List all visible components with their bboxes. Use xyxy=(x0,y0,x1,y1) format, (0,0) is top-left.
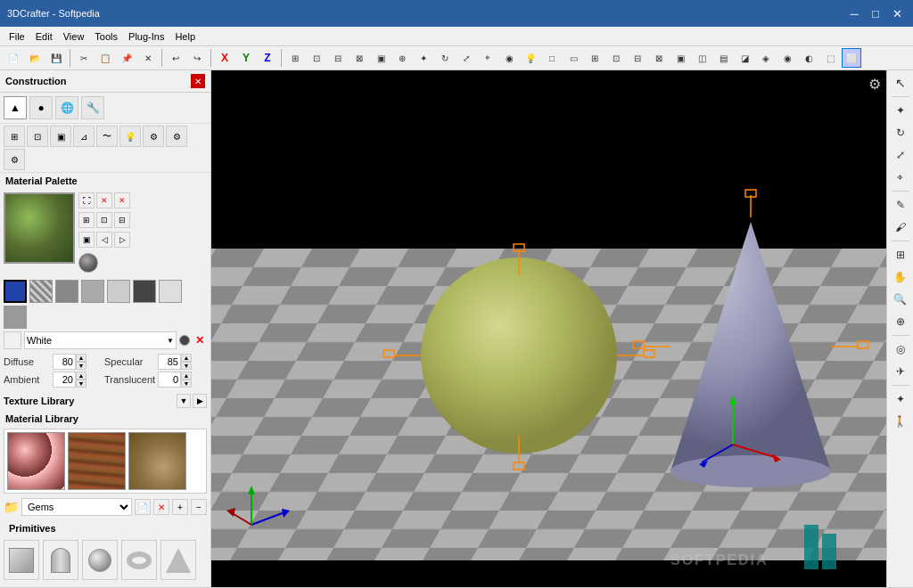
tb-move[interactable]: ✦ xyxy=(414,48,433,68)
tb-active[interactable]: ⬜ xyxy=(842,48,861,68)
maximize-button[interactable]: □ xyxy=(867,4,884,22)
minimize-button[interactable]: ─ xyxy=(845,4,863,22)
primitive-cube[interactable] xyxy=(4,540,39,580)
subtab-curve[interactable]: 〜 xyxy=(96,126,118,147)
subtab-face[interactable]: ⊡ xyxy=(27,126,48,147)
palette-icon3[interactable]: ▷ xyxy=(114,232,130,248)
tb-render[interactable]: ◉ xyxy=(499,48,519,68)
palette-icon2[interactable]: ◁ xyxy=(96,232,112,248)
diffuse-value[interactable]: 80 xyxy=(53,354,76,370)
tb-delete[interactable]: ✕ xyxy=(138,48,158,68)
close-button[interactable]: ✕ xyxy=(888,4,906,22)
tb-extra2[interactable]: ◫ xyxy=(692,48,711,68)
rt-pan[interactable]: ⊕ xyxy=(890,311,911,332)
rt-paint[interactable]: 🖌 xyxy=(890,216,911,238)
ambient-value[interactable]: 20 xyxy=(53,372,76,388)
tb-extra8[interactable]: ⬚ xyxy=(820,48,840,68)
tb-view2[interactable]: ⊡ xyxy=(307,48,326,68)
menu-edit[interactable]: Edit xyxy=(30,29,58,44)
tb-extra7[interactable]: ◐ xyxy=(799,48,818,68)
primitive-cylinder[interactable] xyxy=(43,540,78,580)
subtab-gear1[interactable]: ⚙ xyxy=(143,126,164,147)
filter-icon[interactable]: ⛶ xyxy=(78,192,95,208)
library-select[interactable]: Gems Wood Stone Metal xyxy=(21,498,132,516)
primitive-cone[interactable] xyxy=(160,540,196,580)
menu-help[interactable]: Help xyxy=(169,29,201,44)
ambient-down[interactable]: ▼ xyxy=(76,380,86,388)
swatch-blue[interactable] xyxy=(4,280,27,303)
tb-extra5[interactable]: ◈ xyxy=(756,48,776,68)
tb-x-axis[interactable]: X xyxy=(215,48,234,68)
menu-plugins[interactable]: Plug-Ins xyxy=(123,29,169,44)
tb-cam4[interactable]: ⊡ xyxy=(606,48,626,68)
swatch-gray3[interactable] xyxy=(107,280,130,303)
tb-open[interactable]: 📂 xyxy=(25,48,45,68)
rt-person[interactable]: 🚶 xyxy=(890,411,911,432)
palette-grid1[interactable]: ⊞ xyxy=(78,212,95,228)
translucent-down[interactable]: ▼ xyxy=(181,380,192,388)
tab-tools[interactable]: 🔧 xyxy=(81,96,104,119)
swatch-dots[interactable] xyxy=(29,280,53,303)
palette-x2-btn[interactable]: ✕ xyxy=(114,192,130,208)
subtab-gear2[interactable]: ⚙ xyxy=(166,126,187,147)
palette-icon1[interactable]: ▣ xyxy=(78,232,95,248)
palette-grid3[interactable]: ⊟ xyxy=(114,212,130,228)
tb-undo[interactable]: ↩ xyxy=(166,48,185,68)
tb-cut[interactable]: ✂ xyxy=(74,48,94,68)
primitive-sphere[interactable] xyxy=(82,540,118,580)
menu-file[interactable]: File xyxy=(4,29,30,44)
specular-up[interactable]: ▲ xyxy=(181,354,192,362)
subtab-light[interactable]: 💡 xyxy=(119,126,141,147)
tb-extra1[interactable]: ▣ xyxy=(670,48,690,68)
lib-delete-btn[interactable]: ✕ xyxy=(153,499,169,515)
tb-rotate[interactable]: ↻ xyxy=(435,48,455,68)
diffuse-up[interactable]: ▲ xyxy=(76,354,86,362)
rt-rotate[interactable]: ↻ xyxy=(890,122,911,143)
tb-view5[interactable]: ▣ xyxy=(371,48,391,68)
palette-grid2[interactable]: ⊡ xyxy=(96,212,112,228)
translucent-up[interactable]: ▲ xyxy=(181,372,192,380)
ambient-up[interactable]: ▲ xyxy=(76,372,86,380)
rt-fly[interactable]: ✈ xyxy=(890,361,911,382)
tb-view6[interactable]: ⊕ xyxy=(392,48,412,68)
subtab-gear3[interactable]: ⚙ xyxy=(4,149,25,170)
swatch-gray2[interactable] xyxy=(81,280,104,303)
viewport-settings-icon[interactable]: ⚙ xyxy=(868,76,881,93)
tb-y-axis[interactable]: Y xyxy=(236,48,256,68)
color-clear-btn[interactable]: ✕ xyxy=(193,333,207,347)
tb-select[interactable]: ⌖ xyxy=(478,48,498,68)
material-preview[interactable] xyxy=(4,192,75,264)
tb-cam6[interactable]: ⊠ xyxy=(649,48,669,68)
tb-cam2[interactable]: ▭ xyxy=(563,48,583,68)
panel-close-button[interactable]: ✕ xyxy=(191,74,205,88)
rt-grab[interactable]: ✋ xyxy=(890,266,911,288)
primitive-torus[interactable] xyxy=(121,540,157,580)
tb-cam1[interactable]: □ xyxy=(542,48,562,68)
rt-extra1[interactable]: ✦ xyxy=(890,388,911,410)
swatch-dark[interactable] xyxy=(133,280,156,303)
tb-view1[interactable]: ⊞ xyxy=(285,48,305,68)
subtab-path[interactable]: ⊿ xyxy=(73,126,95,147)
rt-deform[interactable]: ⌖ xyxy=(890,167,911,188)
tb-cam5[interactable]: ⊟ xyxy=(628,48,647,68)
thumb-gems[interactable] xyxy=(7,432,65,490)
current-color-swatch[interactable] xyxy=(4,331,21,349)
tb-scale[interactable]: ⤢ xyxy=(456,48,476,68)
tb-view4[interactable]: ⊠ xyxy=(350,48,369,68)
tb-cam3[interactable]: ⊞ xyxy=(585,48,605,68)
tb-paste[interactable]: 📌 xyxy=(117,48,136,68)
tb-save[interactable]: 💾 xyxy=(46,48,66,68)
rt-scale[interactable]: ⤢ xyxy=(890,144,911,166)
lib-page-icon[interactable]: 📄 xyxy=(135,499,151,515)
specular-value[interactable]: 85 xyxy=(158,354,181,370)
rt-zoom[interactable]: 🔍 xyxy=(890,289,911,310)
tb-light[interactable]: 💡 xyxy=(521,48,540,68)
thumb-stone[interactable] xyxy=(128,432,186,490)
tb-view3[interactable]: ⊟ xyxy=(328,48,348,68)
subtab-box[interactable]: ⊞ xyxy=(4,126,25,147)
tb-copy[interactable]: 📋 xyxy=(95,48,115,68)
menu-tools[interactable]: Tools xyxy=(89,29,123,44)
texture-lib-down[interactable]: ▼ xyxy=(177,394,191,408)
lib-add-btn[interactable]: + xyxy=(172,499,188,515)
tab-arrow[interactable]: ▲ xyxy=(4,96,27,119)
